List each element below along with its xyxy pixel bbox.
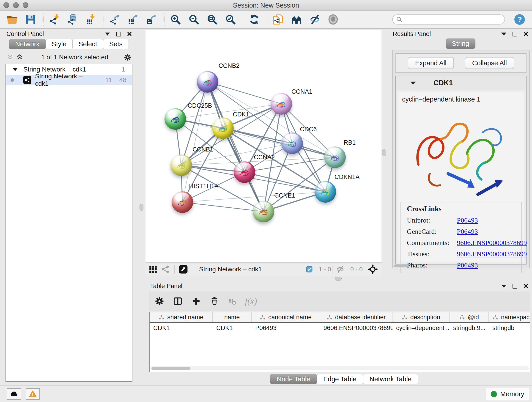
network-node[interactable]: [281, 133, 303, 154]
crosslink-link[interactable]: P06493: [457, 216, 478, 224]
warnings-button[interactable]: [26, 388, 40, 400]
export-network-icon[interactable]: [109, 13, 121, 26]
disclosure-triangle-icon[interactable]: [12, 68, 18, 71]
import-network-from-file-icon[interactable]: [48, 13, 61, 26]
table-options-gear-icon[interactable]: [155, 296, 164, 306]
control-panel-menu-icon[interactable]: [104, 31, 111, 37]
tab-node-table[interactable]: Node Table: [270, 374, 317, 384]
results-panel-close-icon[interactable]: [522, 31, 529, 37]
network-node[interactable]: [171, 154, 192, 176]
network-node[interactable]: [165, 108, 186, 130]
search-box[interactable]: [392, 14, 505, 25]
import-network-from-database-icon[interactable]: [66, 13, 79, 26]
table-cell[interactable]: CDK1: [213, 323, 252, 333]
selected-checkbox-icon[interactable]: [306, 266, 313, 273]
tab-string[interactable]: String: [446, 38, 475, 49]
network-canvas[interactable]: CCNB2CCNA1CDC25BCDK1CDC6RB1CCNB1CCNA2CDK…: [146, 30, 381, 262]
results-scrollbar-thumb[interactable]: [394, 265, 409, 267]
splitter-handle[interactable]: [139, 204, 143, 211]
apply-layout-icon[interactable]: [248, 13, 261, 26]
zoom-in-icon[interactable]: [169, 13, 182, 26]
column-header-description[interactable]: description: [393, 312, 450, 322]
tab-network[interactable]: Network: [9, 39, 46, 49]
network-node[interactable]: [271, 93, 292, 115]
table-cell[interactable]: P06493: [252, 323, 320, 333]
tab-edge-table[interactable]: Edge Table: [317, 374, 363, 384]
tab-style[interactable]: Style: [46, 39, 73, 49]
table-cell[interactable]: CDK1: [150, 323, 213, 333]
table-cell[interactable]: stringdb: [489, 323, 530, 333]
control-panel-close-icon[interactable]: [126, 31, 133, 37]
help-icon[interactable]: [513, 13, 526, 26]
tab-network-table[interactable]: Network Table: [363, 374, 418, 384]
network-node[interactable]: [234, 161, 255, 183]
table-cell[interactable]: stringdb:9...: [450, 323, 489, 333]
import-table-from-file-icon[interactable]: [85, 13, 98, 26]
network-node[interactable]: [197, 71, 218, 93]
splitter-handle[interactable]: [382, 149, 386, 156]
column-header-id[interactable]: @id: [450, 312, 489, 322]
zoom-selected-icon[interactable]: [224, 13, 237, 26]
search-input[interactable]: [405, 16, 501, 23]
hidden-eye-icon[interactable]: [336, 265, 344, 274]
node-result-header[interactable]: CDK1: [396, 76, 526, 90]
network-node[interactable]: [212, 117, 234, 139]
table-cell[interactable]: cyclin–dependent ...: [393, 323, 450, 333]
detach-view-icon[interactable]: [178, 264, 188, 274]
export-table-icon[interactable]: [127, 13, 140, 26]
crosslink-link[interactable]: P06493: [457, 261, 478, 269]
show-all-icon[interactable]: [327, 13, 340, 26]
function-builder-icon[interactable]: f(x): [245, 296, 257, 306]
results-panel-float-icon[interactable]: [511, 31, 518, 37]
table-panel-close-icon[interactable]: [522, 283, 529, 289]
crosslink-link[interactable]: 9606.ENSP00000378699: [457, 250, 527, 258]
tab-sets[interactable]: Sets: [103, 39, 129, 49]
first-neighbors-icon[interactable]: [290, 13, 303, 26]
table-row[interactable]: CDK1CDK1P064939606.ENSP00000378699cyclin…: [150, 323, 530, 333]
expand-all-button[interactable]: Expand All: [408, 57, 454, 69]
export-image-icon[interactable]: [145, 13, 158, 26]
fit-content-crosshair-icon[interactable]: [368, 264, 378, 274]
table-hscrollbar-thumb[interactable]: [152, 367, 190, 370]
zoom-fit-icon[interactable]: [206, 13, 219, 26]
table-hscrollbar-track[interactable]: [151, 366, 529, 370]
duplicate-network-icon[interactable]: [272, 13, 285, 26]
memory-button[interactable]: Memory: [486, 388, 529, 400]
cloud-status-button[interactable]: [7, 388, 21, 400]
table-cell[interactable]: 9606.ENSP00000378699: [320, 323, 393, 333]
crosslink-link[interactable]: P06493: [457, 228, 478, 235]
open-session-icon[interactable]: [6, 13, 19, 26]
network-node[interactable]: [315, 181, 336, 203]
network-node-label: CDC6: [300, 126, 317, 133]
expand-all-networks-icon[interactable]: [16, 54, 23, 61]
network-node[interactable]: [324, 147, 346, 168]
column-header-namespace[interactable]: namespace: [489, 312, 530, 322]
show-columns-icon[interactable]: [173, 296, 183, 306]
crosslink-link[interactable]: 9606.ENSP00000378699: [457, 239, 527, 247]
column-header-canonical-name[interactable]: canonical name: [252, 312, 320, 322]
results-panel-menu-icon[interactable]: [500, 31, 507, 37]
network-row[interactable]: String Network – cdk1 11 48: [6, 75, 132, 85]
add-column-icon[interactable]: [191, 296, 201, 306]
network-node[interactable]: [172, 191, 193, 213]
collapse-all-networks-icon[interactable]: [6, 54, 14, 61]
table-panel-menu-icon[interactable]: [500, 283, 507, 289]
column-header-name[interactable]: name: [213, 312, 252, 322]
column-header-shared-name[interactable]: shared name: [150, 312, 213, 322]
delete-table-icon[interactable]: [228, 297, 236, 305]
control-panel-float-icon[interactable]: [115, 31, 122, 37]
network-overview-icon[interactable]: [161, 265, 170, 274]
collapse-all-button[interactable]: Collapse All: [465, 57, 514, 69]
zoom-out-icon[interactable]: [187, 13, 200, 26]
delete-column-icon[interactable]: [210, 296, 219, 306]
entry-disclosure-icon[interactable]: [411, 82, 416, 85]
table-panel-float-icon[interactable]: [511, 283, 518, 289]
birds-eye-view-icon[interactable]: [149, 265, 157, 274]
network-node[interactable]: [253, 201, 274, 222]
splitter-handle[interactable]: [335, 277, 342, 281]
tab-select[interactable]: Select: [72, 39, 103, 49]
network-options-gear-icon[interactable]: [124, 53, 132, 61]
column-header-database-identifier[interactable]: database identifier: [320, 312, 393, 322]
save-session-icon[interactable]: [24, 13, 37, 26]
hide-selected-icon[interactable]: [308, 13, 321, 26]
